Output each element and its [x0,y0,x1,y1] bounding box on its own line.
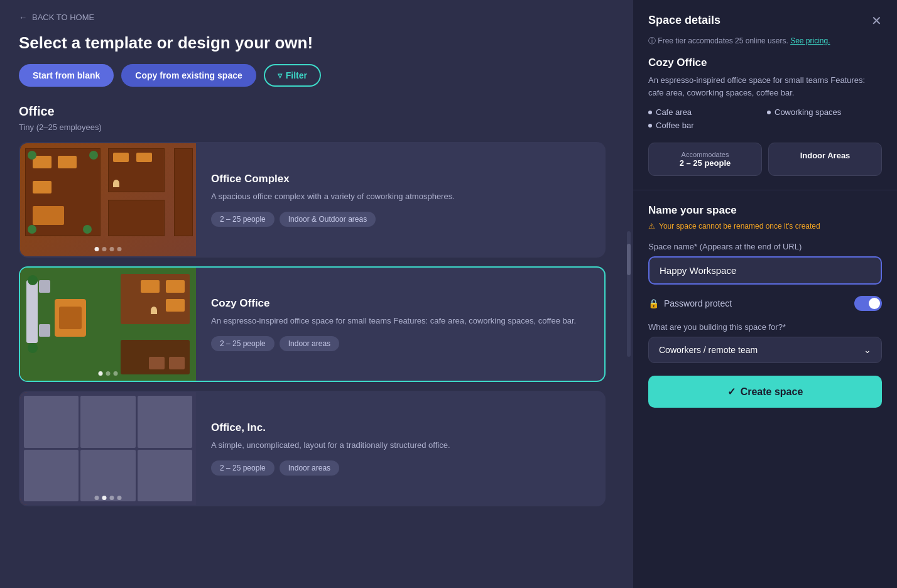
areas-value: Indoor Areas [780,151,870,160]
filter-icon: ▿ [278,70,282,80]
space-name-label: Space name* (Appears at the end of URL) [648,242,882,251]
card-desc: A simple, uncomplicated, layout for a tr… [211,439,589,452]
feature-dot [648,124,652,128]
feature-dot [648,111,652,114]
accommodates-label: Accommodates [660,151,750,158]
close-button[interactable]: ✕ [871,14,882,27]
password-row: 🔒 Password protect [648,296,882,311]
feature-item-coffee: Coffee bar [648,121,763,130]
back-link[interactable]: ← BACK TO HOME [19,13,606,22]
dot [106,371,111,376]
card-name: Cozy Office [211,297,589,310]
left-panel: ← BACK TO HOME Select a template or desi… [0,0,624,588]
feature-grid: Cafe area Coworking spaces Coffee bar [648,107,882,130]
areas-badge: Indoor Areas [768,143,882,176]
copy-existing-button[interactable]: Copy from existing space [121,64,256,87]
card-tags: 2 – 25 people Indoor areas [211,460,589,476]
info-notice: ⓘ Free tier accomodates 25 online users.… [648,36,882,46]
card-info-office-inc: Office, Inc. A simple, uncomplicated, la… [196,409,604,488]
dot [102,496,107,500]
mini-room [80,450,135,502]
scrollbar-track[interactable] [627,231,631,357]
mini-room [138,396,192,448]
back-link-label: BACK TO HOME [32,13,94,22]
tag-areas: Indoor areas [280,460,339,476]
card-name: Office, Inc. [211,422,589,434]
page-title: Select a template or design your own! [19,33,606,53]
card-info-office-complex: Office Complex A spacious office complex… [196,160,604,239]
purpose-label: What are you building this space for?* [648,322,882,332]
template-card-cozy-office[interactable]: Cozy Office An espresso-inspired office … [19,266,606,382]
mini-room [24,450,79,502]
tag-people: 2 – 25 people [211,460,275,476]
template-card-office-inc[interactable]: Office, Inc. A simple, uncomplicated, la… [19,391,606,506]
detail-desc: An espresso-inspired office space for sm… [648,74,882,99]
dot [102,247,107,251]
scrollbar-area [624,0,633,588]
card-info-cozy-office: Cozy Office An espresso-inspired office … [196,285,604,364]
card-desc: A spacious office complex with a variety… [211,190,589,203]
tag-areas: Indoor areas [280,336,339,351]
space-name-input[interactable] [648,256,882,285]
filter-button[interactable]: ▿ Filter [264,64,321,87]
feature-item-cafe: Cafe area [648,107,763,117]
chevron-down-icon: ⌄ [864,345,871,355]
card-image-cozy-office [20,268,196,381]
tag-people: 2 – 25 people [211,212,275,227]
feature-dot [767,111,771,114]
start-blank-button[interactable]: Start from blank [19,64,114,87]
purpose-value: Coworkers / remote team [659,345,758,355]
card-image-office-complex [20,143,196,256]
feature-label: Coffee bar [656,121,693,130]
purpose-select[interactable]: Coworkers / remote team ⌄ [648,337,882,363]
tag-people: 2 – 25 people [211,336,275,351]
rename-warning: ⚠ Your space cannot be renamed once it's… [648,222,882,231]
panel-header: Space details ✕ [648,14,882,27]
pricing-link[interactable]: See pricing. [790,36,830,45]
mini-room [138,450,192,502]
card-dots-3 [95,496,122,500]
detail-space-name: Cozy Office [648,57,882,69]
card-tags: 2 – 25 people Indoor & Outdoor areas [211,212,589,227]
template-card-office-complex[interactable]: Office Complex A spacious office complex… [19,142,606,258]
warning-text: Your space cannot be renamed once it's c… [659,222,820,231]
feature-label: Coworking spaces [775,107,841,117]
accommodates-badge: Accommodates 2 – 25 people [648,143,762,176]
mini-room [80,396,135,448]
checkmark-icon: ✓ [727,386,736,398]
dot [117,496,122,500]
create-label: Create space [741,386,803,398]
name-section-title: Name your space [648,204,882,217]
dot [95,496,99,500]
accommodates-value: 2 – 25 people [660,158,750,168]
info-icon: ⓘ [648,36,658,45]
dot [110,496,114,500]
card-desc: An espresso-inspired office space for sm… [211,315,589,327]
space-details-section: Space details ✕ ⓘ Free tier accomodates … [633,0,897,190]
panel-title: Space details [648,14,720,27]
right-panel: Space details ✕ ⓘ Free tier accomodates … [633,0,897,588]
feature-item-coworking: Coworking spaces [767,107,882,117]
create-space-button[interactable]: ✓ Create space [648,376,882,408]
lock-icon: 🔒 [648,298,659,308]
dot [99,371,103,376]
notice-text: Free tier accomodates 25 online users. [658,36,788,45]
warning-icon: ⚠ [648,222,655,231]
tag-areas: Indoor & Outdoor areas [280,212,376,227]
card-tags: 2 – 25 people Indoor areas [211,336,589,351]
dot [95,247,99,251]
card-dots-2 [99,371,118,376]
dot [117,247,122,251]
password-label: 🔒 Password protect [648,298,732,308]
section-office-subtitle: Tiny (2–25 employees) [19,122,606,132]
feature-label: Cafe area [656,107,692,117]
scrollbar-thumb[interactable] [627,244,631,275]
detail-badges: Accommodates 2 – 25 people Indoor Areas [648,143,882,176]
dot [110,247,114,251]
action-bar: Start from blank Copy from existing spac… [19,64,606,87]
card-image-office-inc [20,392,196,505]
row-rooms-bottom [24,450,192,502]
back-arrow-icon: ← [19,13,27,22]
name-space-section: Name your space ⚠ Your space cannot be r… [633,190,897,588]
password-toggle[interactable] [854,296,882,311]
